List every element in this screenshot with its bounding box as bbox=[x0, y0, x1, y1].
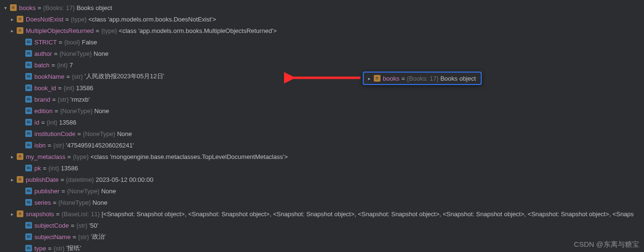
tree-row[interactable]: pk = {int} 13586 bbox=[0, 162, 644, 174]
field-icon bbox=[25, 61, 32, 69]
equals-sign: = bbox=[38, 4, 42, 11]
var-value: 13586 bbox=[76, 84, 93, 92]
tree-row[interactable]: series = {NoneType} None bbox=[0, 197, 644, 208]
var-value: None bbox=[93, 199, 107, 206]
variables-tree: ▾ books = {Books: 17} Books object ▸ Doe… bbox=[0, 0, 644, 252]
var-value: '人民政协报2023年05月12日' bbox=[84, 72, 164, 81]
evaluate-tooltip[interactable]: ▸ books = {Books: 17} Books object bbox=[363, 72, 482, 85]
equals-sign: = bbox=[67, 153, 71, 160]
var-value: '政治' bbox=[91, 232, 106, 241]
var-value: 2023-05-12 00:00:00 bbox=[95, 176, 153, 183]
field-icon bbox=[25, 244, 32, 252]
equals-sign: = bbox=[48, 142, 52, 149]
var-value: <class 'app.models.orm.books.DoesNotExis… bbox=[88, 16, 216, 23]
var-type: {NoneType} bbox=[60, 107, 93, 115]
chevron-right-icon[interactable]: ▸ bbox=[9, 17, 15, 22]
equals-sign: = bbox=[62, 188, 65, 195]
var-value: Books object bbox=[440, 75, 475, 82]
tree-row[interactable]: batch = {int} 7 bbox=[0, 59, 644, 71]
var-type: {int} bbox=[47, 119, 57, 126]
chevron-right-icon[interactable]: ▸ bbox=[9, 211, 15, 217]
var-type: {Books: 17} bbox=[43, 4, 75, 11]
var-name: institutionCode bbox=[34, 130, 75, 137]
var-name: book_id bbox=[34, 84, 56, 92]
var-type: {Books: 17} bbox=[407, 75, 439, 82]
var-type: {str} bbox=[78, 233, 89, 241]
var-type: {NoneType} bbox=[59, 50, 92, 57]
tree-row[interactable]: ▸ my_metaclass = {type} <class 'mongoeng… bbox=[0, 151, 644, 162]
tree-row[interactable]: subjectCode = {str} '50' bbox=[0, 220, 644, 231]
watermark: CSDN @东离与糖宝 bbox=[574, 240, 639, 249]
var-type: {str} bbox=[58, 96, 69, 103]
equals-sign: = bbox=[52, 96, 56, 103]
tree-row[interactable]: ▸ publishDate = {datetime} 2023-05-12 00… bbox=[0, 174, 644, 185]
var-type: {datetime} bbox=[66, 176, 94, 183]
equals-sign: = bbox=[53, 199, 57, 206]
tree-row[interactable]: institutionCode = {NoneType} None bbox=[0, 128, 644, 139]
var-value: '报纸' bbox=[66, 244, 81, 252]
equals-sign: = bbox=[43, 165, 47, 172]
tree-row[interactable]: author = {NoneType} None bbox=[0, 48, 644, 59]
var-type: {NoneType} bbox=[67, 188, 99, 195]
tree-row[interactable]: ▸ DoesNotExist = {type} <class 'app.mode… bbox=[0, 13, 644, 25]
var-name: bookName bbox=[34, 73, 64, 80]
var-name: subjectName bbox=[34, 233, 71, 241]
var-value: '50' bbox=[89, 222, 98, 229]
equals-sign: = bbox=[56, 210, 60, 218]
tree-row[interactable]: bookName = {str} '人民政协报2023年05月12日' bbox=[0, 71, 644, 82]
field-icon bbox=[25, 233, 32, 241]
equals-sign: = bbox=[54, 107, 58, 115]
field-icon bbox=[25, 141, 32, 149]
var-value: None bbox=[94, 50, 108, 57]
equals-sign: = bbox=[401, 75, 405, 82]
var-name: batch bbox=[34, 62, 50, 69]
tree-row[interactable]: ▸ MultipleObjectsReturned = {type} <clas… bbox=[0, 25, 644, 36]
equals-sign: = bbox=[73, 233, 76, 241]
var-name: publishDate bbox=[26, 176, 59, 183]
tree-row[interactable]: ▸ snapshots = {BaseList: 11} [<Snapshot:… bbox=[0, 208, 644, 220]
var-name: brand bbox=[34, 96, 50, 103]
field-icon bbox=[25, 164, 32, 172]
tree-row[interactable]: id = {int} 13586 bbox=[0, 116, 644, 128]
object-icon bbox=[16, 153, 24, 160]
object-icon bbox=[16, 15, 24, 23]
field-icon bbox=[25, 199, 32, 206]
chevron-down-icon[interactable]: ▾ bbox=[2, 5, 9, 10]
var-name: pk bbox=[34, 165, 41, 172]
chevron-right-icon[interactable]: ▸ bbox=[366, 76, 372, 81]
tree-row[interactable]: publisher = {NoneType} None bbox=[0, 185, 644, 197]
var-type: {bool} bbox=[64, 39, 80, 46]
var-value: Books object bbox=[76, 4, 112, 11]
field-icon bbox=[25, 130, 32, 137]
chevron-right-icon[interactable]: ▸ bbox=[9, 154, 15, 159]
chevron-right-icon[interactable]: ▸ bbox=[9, 177, 15, 182]
var-name: series bbox=[34, 199, 51, 206]
equals-sign: = bbox=[48, 245, 52, 252]
field-icon bbox=[25, 73, 32, 80]
field-icon bbox=[25, 118, 32, 126]
field-icon bbox=[25, 84, 32, 92]
equals-sign: = bbox=[71, 222, 74, 229]
tree-row[interactable]: isbn = {str} '4754959145206026241' bbox=[0, 139, 644, 151]
tree-row[interactable]: type = {str} '报纸' bbox=[0, 242, 644, 252]
var-name: subjectCode bbox=[34, 222, 69, 229]
var-type: {type} bbox=[101, 27, 117, 34]
var-value: <class 'app.models.orm.books.MultipleObj… bbox=[119, 27, 277, 34]
object-icon bbox=[16, 176, 24, 183]
equals-sign: = bbox=[41, 119, 45, 126]
field-icon bbox=[25, 221, 32, 229]
var-name: id bbox=[34, 119, 39, 126]
chevron-right-icon[interactable]: ▸ bbox=[9, 28, 15, 33]
var-type: {NoneType} bbox=[58, 199, 91, 206]
var-value: 7 bbox=[69, 62, 73, 69]
tree-row[interactable]: subjectName = {str} '政治' bbox=[0, 231, 644, 242]
equals-sign: = bbox=[77, 130, 81, 137]
tree-row[interactable]: brand = {str} 'rmzxb' bbox=[0, 94, 644, 105]
var-value: [<Snapshot: Snapshot object>, <Snapshot:… bbox=[102, 210, 634, 218]
tree-row[interactable]: edition = {NoneType} None bbox=[0, 105, 644, 116]
tree-root-row[interactable]: ▾ books = {Books: 17} Books object bbox=[0, 2, 644, 13]
tree-row[interactable]: book_id = {int} 13586 bbox=[0, 82, 644, 94]
var-name: my_metaclass bbox=[26, 153, 65, 160]
tree-row[interactable]: STRICT = {bool} False bbox=[0, 36, 644, 48]
equals-sign: = bbox=[54, 50, 58, 57]
